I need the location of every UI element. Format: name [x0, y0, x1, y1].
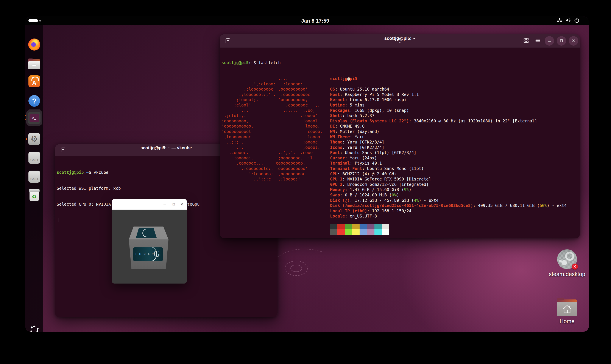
screen: Jan 8 17:59	[0, 0, 611, 364]
settings-running-dot	[26, 138, 27, 140]
clock[interactable]: Jan 8 17:59	[294, 18, 337, 24]
desktop-icon-steam[interactable]: ✕ steam.desktop	[547, 249, 587, 277]
firefox-icon	[28, 39, 40, 51]
files-icon	[28, 59, 40, 69]
dock-item-files[interactable]	[28, 58, 41, 71]
close-button[interactable]	[569, 36, 578, 46]
ssd-drive-icon: SSD	[28, 171, 40, 183]
terminal-icon: >_	[28, 112, 41, 124]
window-title: scottjg@pi5: ~	[384, 36, 416, 41]
workspace-indicator-inactive[interactable]	[39, 20, 41, 22]
wallpaper-swirl-decoration	[271, 231, 340, 291]
fastfetch-output: .... .',:clooo: .:looooo:. .;looooooooc …	[222, 76, 578, 235]
new-tab-icon	[60, 147, 66, 154]
window-title: scottjg@pi5: ~ — vkcube	[141, 145, 192, 150]
terminal-content[interactable]: scottjg@pi5:~$ fastfetch .... .',:clooo:…	[220, 48, 580, 238]
home-folder-icon	[557, 299, 577, 316]
help-icon: ?	[28, 95, 40, 107]
lunarg-logo: L U N A R G	[133, 247, 163, 261]
dock-item-ssd-drive-2[interactable]: SSD	[28, 170, 41, 183]
dock-separator	[29, 109, 40, 109]
new-tab-button[interactable]	[224, 37, 232, 45]
minimize-button[interactable]: –	[161, 201, 168, 208]
window-subtitle: ~	[399, 41, 401, 44]
ubuntu-ascii-logo: .... .',:clooo: .:looooo:. .;looooooooc …	[222, 76, 322, 182]
desktop-icon-home[interactable]: Home	[547, 299, 587, 325]
top-bar: Jan 8 17:59	[25, 16, 589, 25]
maximize-button[interactable]	[557, 36, 566, 46]
vkcube-viewport: L U N A R G	[112, 210, 187, 284]
desktop-icon-label: steam.desktop	[547, 271, 587, 277]
dock-item-terminal-active[interactable]: >_	[26, 110, 42, 126]
menu-button[interactable]	[533, 37, 542, 45]
close-button[interactable]: ×	[179, 201, 185, 208]
window-subtitle: ~	[166, 151, 167, 153]
error-badge-icon: ✕	[572, 263, 578, 270]
shell-prompt-line: scottjg@pi5:~$ fastfetch	[222, 60, 578, 65]
terminal-color-palette-row	[330, 224, 567, 230]
dock-item-trash[interactable]: ♻	[28, 189, 41, 201]
terminal-color-palette-row	[330, 229, 567, 235]
cube-front-face	[112, 210, 187, 284]
dock-item-app-center[interactable]: A	[28, 75, 41, 88]
dock-item-help[interactable]: ?	[28, 95, 41, 107]
wired-network-icon	[557, 18, 562, 24]
trash-icon: ♻	[29, 189, 40, 201]
hamburger-menu-icon	[535, 38, 541, 44]
terminal-running-dot-1	[25, 115, 26, 116]
terminal-running-dot-2	[25, 118, 26, 120]
dock-item-ubuntu-logo[interactable]	[28, 324, 41, 332]
vkcube-window: – □ × L U N A R G	[112, 199, 187, 284]
fastfetch-info: scottjg@pi5-----------OS: Ubuntu 25.10 a…	[330, 76, 567, 235]
power-icon	[574, 18, 579, 24]
dock: A ? >_ ⚙ SSD SSD	[25, 25, 43, 332]
terminal-cursor-inactive	[57, 218, 59, 222]
terminal-window-fastfetch: scottjg@pi5: ~ ~	[220, 34, 580, 238]
desktop-icon-label: Home	[547, 318, 587, 325]
new-tab-icon	[225, 38, 231, 45]
minimize-button[interactable]	[545, 36, 554, 46]
system-status-area[interactable]	[557, 18, 579, 24]
grid-icon	[523, 38, 529, 44]
ubuntu-logo-icon	[29, 324, 40, 332]
steam-icon: ✕	[557, 249, 577, 269]
gear-icon: ⚙	[28, 133, 40, 145]
tab-overview-button[interactable]	[522, 37, 530, 45]
volume-icon	[566, 18, 571, 24]
new-tab-button[interactable]	[59, 146, 67, 154]
dock-item-ssd-drive-1[interactable]: SSD	[28, 151, 41, 164]
dock-item-settings[interactable]: ⚙	[28, 133, 41, 145]
dock-item-firefox[interactable]	[28, 38, 41, 51]
maximize-button[interactable]: □	[170, 201, 177, 208]
vkcube-titlebar[interactable]: – □ ×	[112, 199, 187, 210]
workspace-indicator-active[interactable]	[28, 19, 38, 22]
app-center-icon: A	[28, 75, 40, 87]
ssd-drive-icon: SSD	[28, 152, 40, 164]
terminal-headerbar[interactable]: scottjg@pi5: ~ ~	[220, 34, 580, 48]
